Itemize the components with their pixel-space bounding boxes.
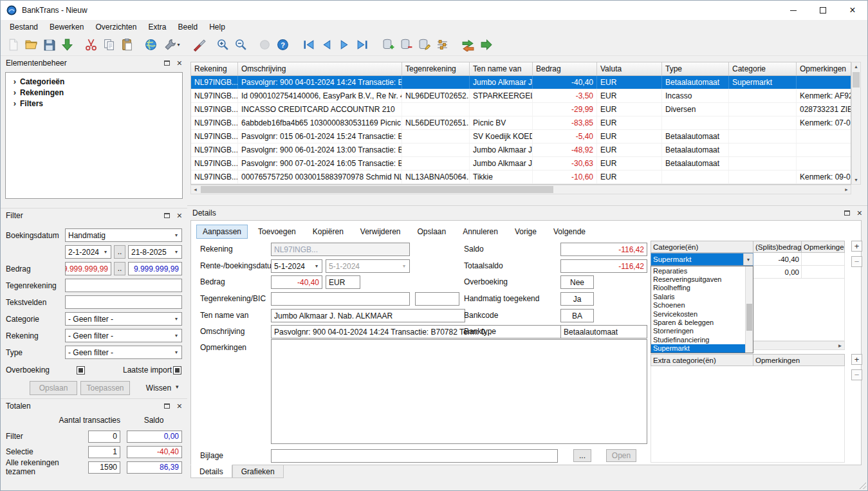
ten-name-van-field[interactable]: Jumbo Alkmaar J. Nab. ALKMAAR <box>271 309 465 322</box>
import-icon[interactable] <box>58 36 76 54</box>
action-verwijderen[interactable]: Verwijderen <box>354 225 407 239</box>
column-header-type[interactable]: Type <box>662 62 729 75</box>
bedrag-range-button[interactable]: .. <box>114 262 125 275</box>
db-add-icon[interactable] <box>379 36 397 54</box>
nav-last-icon[interactable] <box>353 36 371 54</box>
add-extra-categorie-button[interactable]: + <box>851 354 862 365</box>
dropdown-arrow-icon[interactable]: ▾ <box>177 42 180 48</box>
close-button[interactable]: × <box>838 1 867 20</box>
date-range-button[interactable]: .. <box>114 245 125 259</box>
scroll-right-icon[interactable]: ► <box>842 185 851 194</box>
dropdown-option[interactable]: Storneringen <box>651 327 745 335</box>
bedrag-max-input[interactable]: 9.999.999,99 <box>128 262 182 275</box>
tree-item-rekeningen[interactable]: ›Rekeningen <box>7 87 181 98</box>
dropdown-option[interactable]: Reserveringsuitgaven <box>651 275 745 283</box>
horizontal-scrollbar[interactable]: ◄ ► <box>190 185 851 194</box>
vertical-scrollbar[interactable]: ▲ ▼ <box>851 62 861 185</box>
cut-icon[interactable] <box>82 36 100 54</box>
transaction-row[interactable]: NL97INGB...Pasvolgnr: 900 07-01-2024 16:… <box>191 157 851 171</box>
menu-extra[interactable]: Extra <box>142 20 172 34</box>
type-filter-select[interactable]: - Geen filter -▾ <box>65 346 182 359</box>
opmerking-cell[interactable] <box>802 266 845 279</box>
action-volgende[interactable]: Volgende <box>547 225 592 239</box>
date-to-select[interactable]: 21-8-2025▾ <box>128 245 182 259</box>
scroll-up-icon[interactable]: ▲ <box>852 62 860 71</box>
action-vorige[interactable]: Vorige <box>508 225 543 239</box>
transaction-row[interactable]: NL97INGB...000765757250 0030015883970978… <box>191 171 851 184</box>
bedrag-field[interactable]: -40,40 <box>271 275 322 289</box>
tekstvelden-filter-input[interactable] <box>65 295 182 309</box>
minimize-button[interactable] <box>779 1 808 20</box>
paste-icon[interactable] <box>118 36 136 54</box>
db-edit-icon[interactable] <box>415 36 433 54</box>
chevron-right-icon[interactable]: › <box>10 88 20 97</box>
copy-icon[interactable] <box>100 36 118 54</box>
nav-first-icon[interactable] <box>299 36 317 54</box>
column-header-opmerkingen[interactable]: Opmerkingen <box>797 62 851 75</box>
scroll-right-icon[interactable]: ► <box>836 342 844 350</box>
wissen-filter-button[interactable]: Wissen <box>145 381 172 395</box>
menu-overzichten[interactable]: Overzichten <box>89 20 142 34</box>
action-opslaan[interactable]: Opslaan <box>411 225 453 239</box>
close-panel-button[interactable]: × <box>177 402 182 411</box>
db-settings-icon[interactable] <box>433 36 451 54</box>
extra-opmerkingen-column-header[interactable]: Opmerkingen <box>753 354 845 366</box>
scroll-down-icon[interactable]: ▼ <box>852 176 860 184</box>
boekingsdatum-filter-select[interactable]: Handmatig▾ <box>65 228 182 242</box>
splitsbedrag-cell[interactable]: 0,00 <box>753 266 802 279</box>
action-aanpassen[interactable]: Aanpassen <box>196 225 248 239</box>
column-header-ten_name_van[interactable]: Ten name van <box>470 62 533 75</box>
export-icon[interactable] <box>477 36 495 54</box>
scrollbar-thumb[interactable] <box>746 304 752 331</box>
categorie-combo[interactable]: Supermarkt ▾ <box>651 253 753 266</box>
column-header-omschrijving[interactable]: Omschrijving <box>238 62 402 75</box>
scroll-left-icon[interactable]: ◄ <box>191 185 199 194</box>
transaction-row[interactable]: NL97INGB...INCASSO CREDITCARD ACCOUNTNR … <box>191 103 851 116</box>
transaction-row[interactable]: NL97INGB...Pasvolgnr: 900 06-01-2024 13:… <box>191 144 851 157</box>
remove-categorie-button[interactable]: − <box>851 256 862 267</box>
dropdown-scrollbar[interactable] <box>745 266 753 353</box>
float-panel-button[interactable] <box>164 213 170 218</box>
maximize-button[interactable] <box>808 1 838 20</box>
column-header-rekening[interactable]: Rekening <box>191 62 238 75</box>
resize-grip[interactable] <box>859 482 867 490</box>
close-panel-button[interactable]: × <box>177 59 182 68</box>
rekening-filter-select[interactable]: - Geen filter -▾ <box>65 329 182 342</box>
bijlage-field[interactable] <box>271 449 558 463</box>
column-header-bedrag[interactable]: Bedrag <box>533 62 597 75</box>
tools-icon[interactable]: ▾ <box>160 36 184 54</box>
chevron-right-icon[interactable]: › <box>10 77 20 86</box>
globe-icon[interactable] <box>142 36 160 54</box>
date-from-select[interactable]: 2-1-2024▾ <box>65 245 111 259</box>
open-folder-icon[interactable] <box>22 36 40 54</box>
dropdown-option[interactable]: Servicekosten <box>651 310 745 318</box>
chevron-right-icon[interactable]: › <box>10 98 20 108</box>
categorie-filter-select[interactable]: - Geen filter -▾ <box>65 312 182 326</box>
remove-extra-categorie-button[interactable]: − <box>851 369 862 380</box>
column-header-tegenrekening[interactable]: Tegenrekening <box>402 62 470 75</box>
transaction-row[interactable]: NL97INGB...Pasvolgnr: 900 04-01-2024 14:… <box>191 76 851 89</box>
rentedatum-select[interactable]: 5-1-2024▾ <box>271 259 322 273</box>
menu-bestand[interactable]: Bestand <box>4 20 44 34</box>
column-header-valuta[interactable]: Valuta <box>597 62 662 75</box>
zoom-out-icon[interactable] <box>232 36 250 54</box>
add-categorie-button[interactable]: + <box>851 241 862 252</box>
transaction-row[interactable]: NL97INGB...6abbdeb16fba4b65 103000083053… <box>191 116 851 130</box>
tegenrekening-field[interactable] <box>271 292 410 306</box>
transaction-row[interactable]: NL97INGB...Pasvolgnr: 015 06-01-2024 15:… <box>191 130 851 144</box>
scrollbar-thumb[interactable] <box>853 72 860 88</box>
scrollbar-thumb[interactable] <box>201 186 553 193</box>
transfer-icon[interactable] <box>459 36 477 54</box>
bijlage-browse-button[interactable]: ... <box>573 449 591 462</box>
close-panel-button[interactable]: × <box>177 211 182 220</box>
nav-next-icon[interactable] <box>335 36 353 54</box>
menu-help[interactable]: Help <box>203 20 231 34</box>
menu-beeld[interactable]: Beeld <box>172 20 203 34</box>
opmerking-cell[interactable] <box>802 253 845 266</box>
dropdown-option[interactable]: Rioolheffing <box>651 284 745 292</box>
menu-bewerken[interactable]: Bewerken <box>44 20 89 34</box>
tree-item-filters[interactable]: ›Filters <box>7 98 181 109</box>
opmerkingen-textarea[interactable] <box>271 339 647 444</box>
float-panel-button[interactable] <box>844 210 850 216</box>
overboeking-checkbox[interactable] <box>77 366 85 375</box>
